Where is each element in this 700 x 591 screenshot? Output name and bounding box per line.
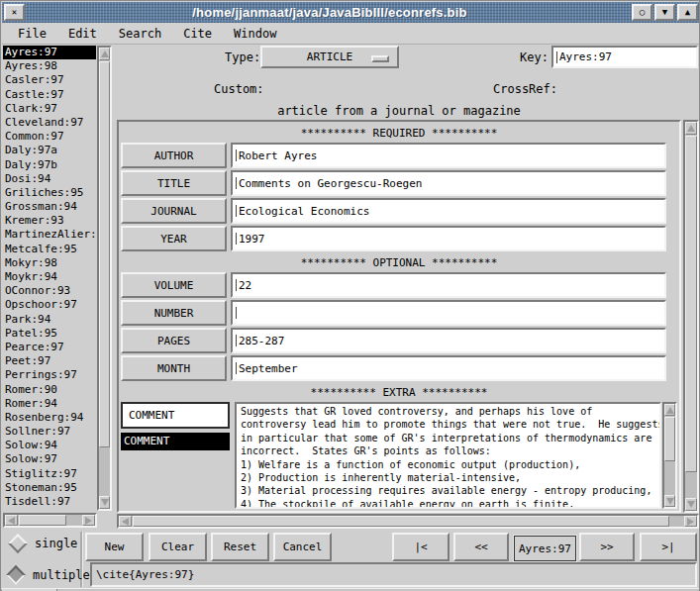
list-item[interactable]: Patel:95 [3,327,96,341]
current-key-box[interactable]: Ayres:97 [514,536,576,561]
nav-first-button[interactable]: |< [392,533,450,561]
pages-input[interactable] [231,328,666,353]
list-item[interactable]: Mokyr:98 [3,256,96,270]
sidebar-vertical-scrollbar[interactable] [97,46,112,511]
form-horizontal-scrollbar[interactable] [117,514,699,529]
menu-window[interactable]: Window [226,25,284,43]
scrollbar-thumb[interactable] [685,136,697,472]
menu-cite[interactable]: Cite [175,25,220,43]
list-item[interactable]: OConnor:93 [3,284,96,298]
list-item[interactable]: Clark:97 [3,102,96,116]
list-item[interactable]: MartinezAlier:97 [3,228,96,242]
scroll-left-button[interactable] [5,515,18,526]
extra-field-list-item[interactable]: COMMENT [121,433,230,450]
lower-button[interactable]: ▼ [654,4,675,21]
title-field-button[interactable]: TITLE [121,170,227,196]
new-button[interactable]: New [85,533,144,561]
close-button[interactable]: ✕ [4,4,25,21]
list-item[interactable]: Perrings:97 [3,368,96,382]
journal-field-button[interactable]: JOURNAL [121,198,227,224]
volume-input[interactable] [231,272,666,298]
list-item[interactable]: Daly:97b [3,158,96,172]
list-item[interactable]: Ayres:98 [3,59,96,73]
year-field-button[interactable]: YEAR [121,226,227,251]
nav-prev-button[interactable]: << [453,533,509,561]
scrollbar-thumb[interactable] [133,516,669,527]
menu-search[interactable]: Search [111,25,169,43]
list-item[interactable]: Kremer:93 [3,214,96,228]
scrollbar-thumb[interactable] [664,417,675,461]
comment-scrollbar[interactable] [662,402,677,509]
scroll-right-button[interactable] [684,516,697,527]
number-input[interactable] [231,300,666,326]
key-input[interactable] [551,46,698,68]
scroll-down-button[interactable] [99,496,110,509]
comment-textarea[interactable]: Suggests that GR loved controversy, and … [235,402,661,509]
list-item[interactable]: Stiglitz:97 [3,467,96,481]
list-item[interactable]: Ayres:97 [3,46,96,59]
scroll-up-button[interactable] [685,122,697,135]
extra-field-column: COMMENT [121,402,231,509]
list-item[interactable]: Rosenberg:94 [3,411,96,425]
list-item[interactable]: Dosi:94 [3,172,96,186]
menu-edit[interactable]: Edit [60,25,105,43]
scrollbar-thumb[interactable] [99,61,110,447]
extra-field-name-input[interactable] [121,402,230,429]
year-input[interactable] [231,226,666,251]
list-item[interactable]: Grossman:94 [3,200,96,214]
list-item[interactable]: Cleveland:97 [3,116,96,130]
clear-button[interactable]: Clear [149,533,207,561]
nav-last-button[interactable]: >| [640,533,697,561]
sidebar-horizontal-scrollbar[interactable] [3,513,97,528]
month-field-button[interactable]: MONTH [121,355,227,381]
scroll-left-button[interactable] [119,516,132,527]
scroll-up-button[interactable] [99,48,110,60]
reset-button[interactable]: Reset [211,533,269,561]
cite-command-input[interactable] [90,562,697,587]
scroll-up-button[interactable] [664,404,675,416]
journal-input[interactable] [231,198,666,224]
scrollbar-thumb[interactable] [19,515,66,526]
list-item[interactable]: Griliches:95 [3,186,96,200]
list-item[interactable]: Peet:97 [3,354,96,368]
field-row-volume: VOLUME [121,272,677,298]
type-dropdown[interactable]: ARTICLE [260,46,399,68]
list-item[interactable]: Moykr:94 [3,270,96,284]
list-item[interactable]: Daly:97a [3,144,96,157]
list-item[interactable]: Metcalfe:95 [3,243,96,256]
number-field-button[interactable]: NUMBER [121,300,227,326]
titlebar[interactable]: ✕ /home/jjanmaat/java/JavaBibIII/econref… [2,2,699,23]
triangle-up-icon: ▲ [685,8,690,17]
volume-field-button[interactable]: VOLUME [121,272,227,298]
list-item[interactable]: Romer:94 [3,397,96,411]
list-item[interactable]: Solow:94 [3,439,96,452]
list-item[interactable]: Park:94 [3,313,96,327]
form-vertical-scrollbar[interactable] [683,120,699,513]
shade-button[interactable]: ○ [632,4,652,21]
month-input[interactable] [231,355,666,381]
cancel-button[interactable]: Cancel [273,533,332,561]
menu-file[interactable]: File [10,25,54,43]
list-item[interactable]: Common:97 [3,130,96,144]
list-item[interactable]: Sollner:97 [3,425,96,439]
title-input[interactable] [231,170,666,196]
list-item[interactable]: Stoneman:95 [3,481,96,495]
list-item[interactable]: Pearce:97 [3,341,96,354]
scroll-down-button[interactable] [685,498,697,511]
scroll-down-button[interactable] [664,495,675,507]
list-item[interactable]: Tisdell:97 [3,495,96,509]
list-item[interactable]: Solow:97 [3,452,96,466]
maximize-button[interactable]: ▲ [677,4,698,21]
list-item[interactable]: Castle:97 [3,88,96,102]
list-item[interactable]: Opschoor:97 [3,298,96,312]
mode-single-radio[interactable]: single [11,537,77,550]
mode-multiple-radio[interactable]: multiple [9,568,90,582]
pages-field-button[interactable]: PAGES [121,328,227,353]
option-menu-indicator-icon [371,55,389,62]
scroll-right-button[interactable] [82,515,95,526]
list-item[interactable]: Romer:90 [3,383,96,397]
author-input[interactable] [231,143,666,168]
nav-next-button[interactable]: >> [579,533,635,561]
list-item[interactable]: Casler:97 [3,73,96,87]
author-field-button[interactable]: AUTHOR [121,143,227,168]
